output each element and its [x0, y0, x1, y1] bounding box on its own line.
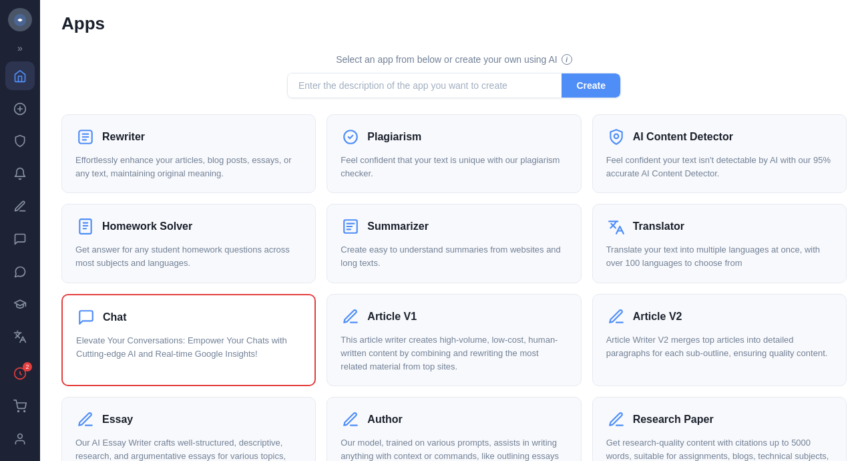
app-desc-rewriter: Effortlessly enhance your articles, blog… — [75, 154, 302, 180]
app-name-homework-solver: Homework Solver — [102, 220, 192, 233]
app-card-header-author: Author — [341, 410, 567, 430]
chat-icon — [76, 307, 96, 327]
translator-icon — [606, 216, 626, 237]
app-card-header-summarizer: Summarizer — [341, 216, 567, 237]
app-desc-ai-content-detector: Feel confident your text isn't detectabl… — [606, 154, 833, 180]
app-card-translator[interactable]: Translator Translate your text into mult… — [592, 204, 847, 283]
sidebar-item-shield[interactable] — [5, 127, 35, 156]
app-name-author: Author — [367, 414, 402, 426]
app-name-ai-content-detector: AI Content Detector — [633, 131, 733, 143]
header: Apps — [40, 0, 868, 47]
app-desc-plagiarism: Feel confident that your text is unique … — [341, 154, 567, 180]
search-bar: Create — [287, 73, 621, 98]
app-desc-summarizer: Create easy to understand summaries from… — [341, 243, 567, 270]
search-subtitle: Select an app from below or create your … — [336, 54, 572, 65]
sidebar-expand-button[interactable]: » — [11, 41, 29, 55]
app-desc-homework-solver: Get answer for any student homework ques… — [75, 243, 302, 270]
sidebar: » — [0, 0, 40, 461]
app-desc-author: Our model, trained on various prompts, a… — [341, 436, 567, 461]
rewriter-icon — [75, 127, 95, 147]
app-desc-research-paper: Get research-quality content with citati… — [606, 436, 833, 461]
app-name-plagiarism: Plagiarism — [367, 131, 421, 143]
sidebar-item-chat-outline[interactable] — [5, 224, 35, 253]
app-desc-article-v2: Article Writer V2 merges top articles in… — [606, 333, 833, 360]
sidebar-item-bell[interactable] — [5, 160, 35, 188]
app-card-homework-solver[interactable]: Homework Solver Get answer for any stude… — [61, 204, 316, 283]
sidebar-item-graduation[interactable] — [5, 290, 35, 319]
app-card-summarizer[interactable]: Summarizer Create easy to understand sum… — [327, 204, 581, 283]
sidebar-item-star[interactable] — [5, 94, 35, 123]
sidebar-item-pen[interactable] — [5, 192, 35, 221]
essay-icon — [75, 410, 95, 430]
app-card-essay[interactable]: Essay Our AI Essay Writer crafts well-st… — [61, 397, 316, 461]
search-input[interactable] — [288, 73, 562, 98]
app-card-article-v2[interactable]: Article V2 Article Writer V2 merges top … — [592, 294, 847, 386]
search-area: Select an app from below or create your … — [40, 47, 868, 114]
article-v1-icon — [341, 307, 361, 327]
app-card-ai-content-detector[interactable]: AI Content Detector Feel confident your … — [592, 114, 847, 193]
app-name-research-paper: Research Paper — [633, 414, 714, 426]
app-card-header-ai-content-detector: AI Content Detector — [606, 127, 833, 147]
main-content: Apps Select an app from below or create … — [40, 0, 868, 461]
svg-point-4 — [24, 410, 25, 412]
app-name-article-v2: Article V2 — [633, 311, 682, 323]
sidebar-item-user[interactable] — [5, 424, 35, 453]
app-card-header-chat: Chat — [76, 307, 301, 327]
research-paper-icon — [606, 410, 626, 430]
app-card-header-translator: Translator — [606, 216, 833, 237]
apps-grid: Rewriter Effortlessly enhance your artic… — [40, 114, 868, 461]
article-v2-icon — [606, 307, 626, 327]
app-name-summarizer: Summarizer — [367, 220, 429, 233]
svg-point-3 — [18, 410, 19, 412]
app-card-header-homework-solver: Homework Solver — [75, 216, 302, 237]
sidebar-logo — [8, 8, 32, 31]
svg-point-5 — [18, 434, 23, 438]
app-card-rewriter[interactable]: Rewriter Effortlessly enhance your artic… — [61, 114, 316, 193]
app-card-header-rewriter: Rewriter — [75, 127, 302, 147]
page-title: Apps — [61, 13, 847, 34]
app-desc-chat: Elevate Your Conversations: Empower Your… — [76, 334, 301, 361]
app-card-header-plagiarism: Plagiarism — [341, 127, 567, 147]
app-card-chat[interactable]: Chat Elevate Your Conversations: Empower… — [61, 294, 316, 386]
app-name-article-v1: Article V1 — [367, 311, 417, 323]
sidebar-item-translate[interactable] — [5, 323, 35, 351]
app-name-essay: Essay — [102, 414, 133, 426]
app-name-translator: Translator — [633, 220, 684, 233]
notification-badge: 2 — [23, 362, 32, 371]
summarizer-icon — [341, 216, 361, 237]
sidebar-item-message[interactable] — [5, 257, 35, 286]
app-name-rewriter: Rewriter — [102, 131, 145, 143]
app-card-author[interactable]: Author Our model, trained on various pro… — [327, 397, 581, 461]
app-name-chat: Chat — [103, 311, 127, 323]
create-button[interactable]: Create — [562, 73, 620, 98]
svg-point-8 — [614, 134, 618, 139]
detector-icon — [606, 127, 626, 147]
app-card-plagiarism[interactable]: Plagiarism Feel confident that your text… — [327, 114, 581, 193]
sidebar-item-badge[interactable]: 2 — [5, 359, 35, 388]
author-icon — [341, 410, 361, 430]
sidebar-item-home[interactable] — [5, 61, 35, 90]
app-card-header-article-v2: Article V2 — [606, 307, 833, 327]
info-icon: i — [562, 54, 572, 65]
app-desc-translator: Translate your text into multiple langua… — [606, 243, 833, 270]
app-card-header-research-paper: Research Paper — [606, 410, 833, 430]
app-desc-article-v1: This article writer creates high-volume,… — [341, 333, 567, 373]
homework-icon — [75, 216, 95, 237]
app-desc-essay: Our AI Essay Writer crafts well-structur… — [75, 436, 302, 461]
app-card-article-v1[interactable]: Article V1 This article writer creates h… — [327, 294, 581, 386]
plagiarism-icon — [341, 127, 361, 147]
app-card-header-article-v1: Article V1 — [341, 307, 567, 327]
sidebar-item-cart[interactable] — [5, 392, 35, 420]
app-card-header-essay: Essay — [75, 410, 302, 430]
app-card-research-paper[interactable]: Research Paper Get research-quality cont… — [592, 397, 847, 461]
